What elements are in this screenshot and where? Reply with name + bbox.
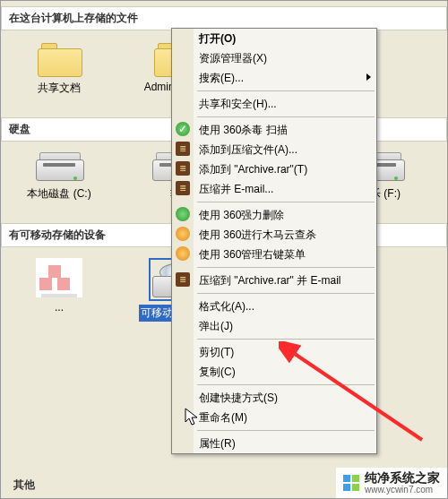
menu-separator <box>197 339 375 340</box>
watermark-name: 纯净系统之家 <box>365 471 440 485</box>
cursor-icon <box>185 408 201 427</box>
menu-item[interactable]: 使用 360管理右键菜单 <box>172 245 376 264</box>
removable-unknown[interactable]: ... <box>19 258 99 322</box>
submenu-arrow-icon <box>366 73 371 81</box>
menu-separator <box>197 267 375 268</box>
orange-icon <box>176 246 190 261</box>
menu-item[interactable]: 共享和安全(H)... <box>172 94 376 114</box>
svg-line-0 <box>289 350 422 440</box>
drive-label: 本地磁盘 (C:) <box>27 186 90 202</box>
folder-shared-docs[interactable]: 共享文档 <box>19 41 99 96</box>
menu-separator <box>197 90 375 91</box>
menu-item[interactable]: 使用 360强力删除 <box>172 205 376 225</box>
menu-item[interactable]: 使用 360进行木马云查杀 <box>172 225 376 245</box>
menu-separator <box>197 293 375 294</box>
qing-icon <box>176 207 190 221</box>
menu-separator <box>197 202 375 202</box>
menu-item[interactable]: 使用 360杀毒 扫描✓ <box>172 120 376 140</box>
menu-item[interactable]: 格式化(A)... <box>172 297 376 316</box>
annotation-arrow <box>279 341 431 449</box>
rar-icon: ≡ <box>176 272 190 287</box>
drive-icon <box>36 152 82 183</box>
orange-icon <box>176 227 190 241</box>
menu-item[interactable]: 搜索(E)... <box>172 68 376 88</box>
folder-label: 共享文档 <box>38 81 81 96</box>
shield-icon: ✓ <box>176 122 190 136</box>
blurred-icon <box>36 258 82 297</box>
menu-item[interactable]: 打开(O) <box>172 29 376 48</box>
watermark-url: www.ycwin7.com <box>365 485 440 495</box>
menu-item[interactable]: 添加到压缩文件(A)...≡ <box>172 140 376 159</box>
menu-item[interactable]: 资源管理器(X) <box>172 48 376 68</box>
menu-item[interactable]: 压缩并 E-mail...≡ <box>172 179 376 199</box>
menu-item[interactable]: 添加到 "Archive.rar"(T)≡ <box>172 159 376 179</box>
section-other-cut: 其他 <box>13 477 35 493</box>
removable-label: ... <box>55 301 64 314</box>
section-files-header: 在这台计算机上存储的文件 <box>1 6 447 30</box>
watermark-logo-icon <box>343 475 359 491</box>
menu-item[interactable]: 弹出(J) <box>172 316 376 336</box>
rar-icon: ≡ <box>176 181 190 195</box>
menu-separator <box>197 116 375 117</box>
rar-icon: ≡ <box>176 142 190 156</box>
rar-icon: ≡ <box>176 161 190 176</box>
explorer-window: 在这台计算机上存储的文件 共享文档 Administrator 硬盘 本地磁盘 … <box>0 0 448 499</box>
folder-icon <box>38 41 81 77</box>
watermark: 纯净系统之家 www.ycwin7.com <box>336 468 447 498</box>
menu-item[interactable]: 压缩到 "Archive.rar" 并 E-mail≡ <box>172 271 376 290</box>
drive-c[interactable]: 本地磁盘 (C:) <box>19 152 99 202</box>
